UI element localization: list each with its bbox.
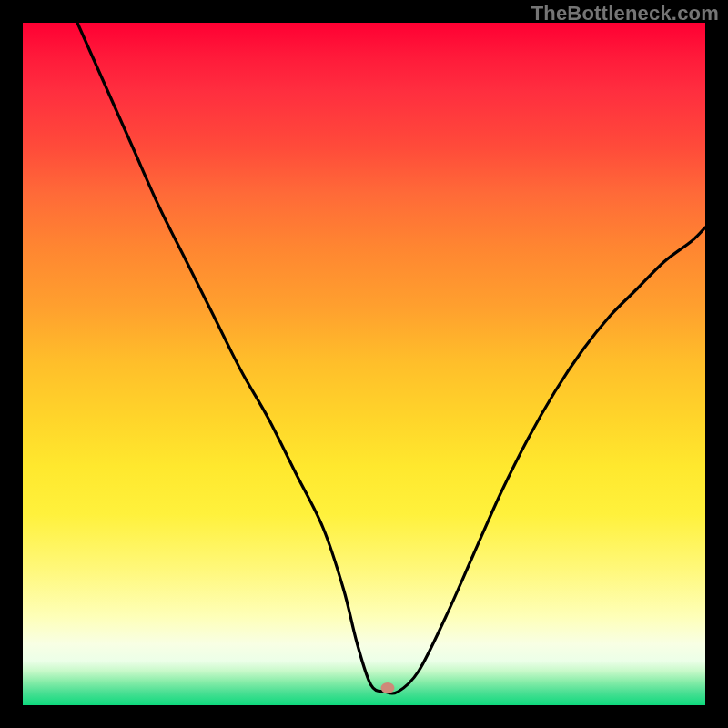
plot-area	[23, 23, 705, 705]
optimal-point-marker	[381, 682, 395, 693]
chart-frame: TheBottleneck.com	[0, 0, 728, 728]
bottleneck-curve	[23, 23, 705, 705]
